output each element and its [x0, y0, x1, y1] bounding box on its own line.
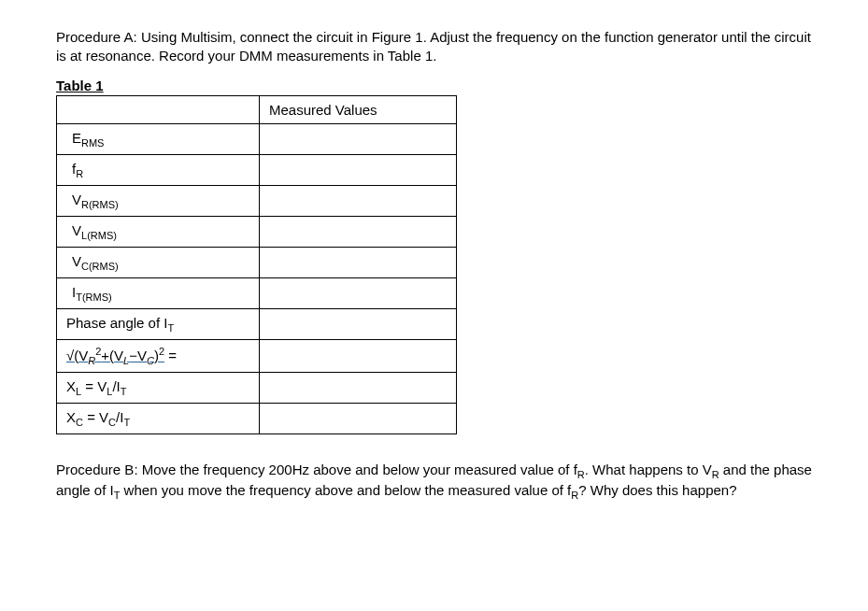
- row-xl-label: XL = VL/IT: [57, 372, 260, 403]
- row-vr-value: [260, 185, 457, 216]
- procedure-a-text: Procedure A: Using Multisim, connect the…: [56, 28, 812, 66]
- table-row: ERMS: [57, 123, 457, 154]
- table-row: XC = VC/IT: [57, 403, 457, 433]
- procedure-b-text: Procedure B: Move the frequency 200Hz ab…: [56, 461, 812, 504]
- row-vl-label: VL(RMS): [57, 216, 260, 247]
- row-it-value: [260, 277, 457, 308]
- table-row: √(VR2+(VL−VC)2 =: [57, 339, 457, 372]
- row-sqrt-value: [260, 339, 457, 372]
- table-row: fR: [57, 154, 457, 185]
- row-erms-value: [260, 123, 457, 154]
- row-phase-label: Phase angle of IT: [57, 308, 260, 339]
- row-vc-value: [260, 247, 457, 277]
- table-header-row: Measured Values: [57, 95, 457, 123]
- row-phase-value: [260, 308, 457, 339]
- row-vl-value: [260, 216, 457, 247]
- table-row: VC(RMS): [57, 247, 457, 277]
- table-1: Measured Values ERMS fR VR(RMS) VL(RMS) …: [56, 95, 457, 434]
- row-xl-value: [260, 372, 457, 403]
- row-xc-value: [260, 403, 457, 433]
- row-erms-label: ERMS: [57, 123, 260, 154]
- row-sqrt-label: √(VR2+(VL−VC)2 =: [57, 339, 260, 372]
- row-vc-label: VC(RMS): [57, 247, 260, 277]
- row-vr-label: VR(RMS): [57, 185, 260, 216]
- table-caption: Table 1: [56, 78, 812, 93]
- row-fr-value: [260, 154, 457, 185]
- table-row: XL = VL/IT: [57, 372, 457, 403]
- row-xc-label: XC = VC/IT: [57, 403, 260, 433]
- table-row: Phase angle of IT: [57, 308, 457, 339]
- table-row: VL(RMS): [57, 216, 457, 247]
- row-fr-label: fR: [57, 154, 260, 185]
- table-row: IT(RMS): [57, 277, 457, 308]
- row-it-label: IT(RMS): [57, 277, 260, 308]
- table-row: VR(RMS): [57, 185, 457, 216]
- header-measured: Measured Values: [260, 95, 457, 123]
- header-blank: [57, 95, 260, 123]
